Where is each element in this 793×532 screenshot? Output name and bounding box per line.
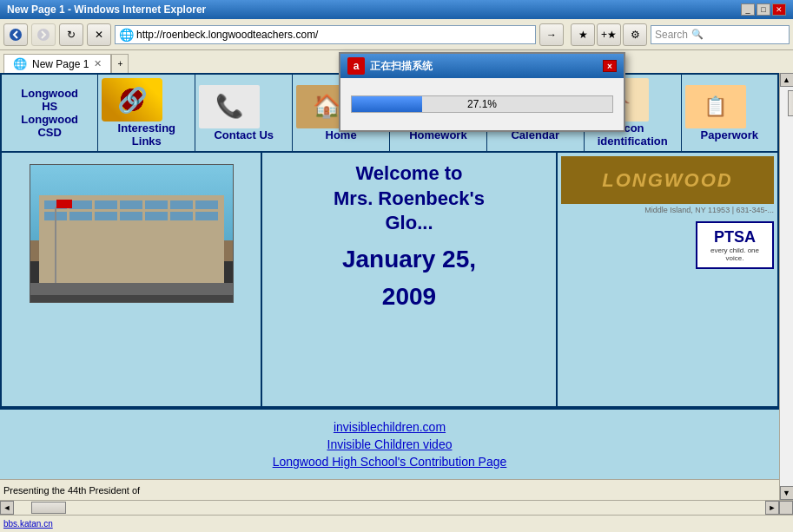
welcome-line2: Mrs. Roenbeck's (271, 187, 547, 212)
bottom-bar: ◄ ► (0, 500, 793, 515)
tab-close-button[interactable]: ✕ (94, 58, 102, 69)
scroll-up-button[interactable]: ▲ (780, 73, 794, 87)
ticker-text: Presenting the 44th President of (3, 485, 140, 496)
svg-point-0 (10, 29, 22, 41)
website: Longwood HS Longwood CSD 🔗 (0, 73, 779, 500)
status-bar: bbs.katan.cn (0, 515, 793, 532)
dialog-title-bar: a 正在扫描系统 × (340, 54, 624, 78)
scrollbar-corner (779, 501, 793, 515)
search-placeholder: Search (655, 29, 688, 41)
title-bar: New Page 1 - Windows Internet Explorer _… (0, 0, 793, 19)
scroll-down-button[interactable]: ▼ (780, 486, 794, 500)
nav-cell-links[interactable]: 🔗 Interesting Links (98, 74, 195, 152)
scan-dialog-overlay: a 正在扫描系统 × 27.1% (339, 52, 625, 132)
welcome-line1: Welcome to (271, 161, 547, 187)
tab-label: New Page 1 (32, 58, 89, 70)
ptsa-logo: PTSA every child. one voice. (696, 221, 774, 269)
links-icon: 🔗 (102, 78, 162, 122)
left-column (2, 153, 262, 406)
contact-icon: 📞 (199, 85, 260, 128)
invisible-children-link[interactable]: invisiblechildren.com (7, 420, 772, 434)
new-tab-button[interactable]: + (111, 54, 129, 73)
nav-cell-longwood[interactable]: Longwood HS Longwood CSD (1, 74, 98, 152)
longwood-banner: LONGWOOD (561, 156, 774, 204)
paperwork-icon: 📋 (685, 85, 746, 128)
address-bar[interactable]: 🌐 http://roenbeck.longwoodteachers.com/ (115, 25, 536, 44)
scroll-h-thumb[interactable] (31, 502, 66, 514)
paperwork-link[interactable]: Paperwork (685, 128, 774, 141)
scroll-left-button[interactable]: ◄ (0, 501, 14, 515)
date-line2: 2009 (271, 282, 547, 312)
ptsa-slogan: every child. one voice. (703, 246, 767, 262)
search-bar[interactable]: Search 🔍 (651, 25, 790, 44)
avast-title-icon: a (347, 57, 365, 75)
invisible-children-video-link[interactable]: Invisible Children video (7, 437, 772, 451)
welcome-line3: Glo... (271, 211, 547, 236)
refresh-button[interactable]: ↻ (59, 23, 83, 46)
interesting-links-link[interactable]: Interesting Links (102, 122, 191, 148)
right-column: LONGWOOD Middle Island, NY 11953 | 631-3… (556, 153, 777, 406)
content-area: Longwood HS Longwood CSD 🔗 (0, 73, 793, 500)
longwood-hs-link[interactable]: Longwood HS (21, 87, 78, 113)
scan-dialog: a 正在扫描系统 × 27.1% (339, 52, 625, 132)
scrollbar-horizontal[interactable]: ◄ ► (0, 501, 779, 515)
nav-cell-paperwork[interactable]: 📋 Paperwork (681, 74, 778, 152)
address-text: http://roenbeck.longwoodteachers.com/ (136, 29, 318, 41)
scrollbar-vertical[interactable]: ▲ ▼ (779, 73, 793, 500)
longwood-contribution-link[interactable]: Longwood High School's Contribution Page (7, 455, 772, 469)
dialog-close-button[interactable]: × (603, 60, 617, 72)
tools-button[interactable]: ⚙ (623, 23, 647, 46)
favorites-button[interactable]: ★ (571, 23, 595, 46)
bbs-link[interactable]: bbs.katan.cn (3, 519, 53, 529)
scroll-thumb[interactable] (788, 90, 794, 116)
svg-point-1 (37, 29, 50, 41)
nav-cell-contact[interactable]: 📞 Contact Us (195, 74, 293, 152)
dialog-title-text: 正在扫描系统 (370, 59, 433, 74)
stop-button[interactable]: ✕ (87, 23, 111, 46)
minimize-button[interactable]: _ (741, 3, 755, 16)
close-button[interactable]: ✕ (772, 3, 786, 16)
ticker-bar: Presenting the 44th President of (0, 479, 779, 500)
add-favorites-button[interactable]: +★ (597, 23, 621, 46)
date-line1: January 25, (271, 245, 547, 274)
ptsa-text: PTSA (703, 228, 767, 246)
progress-bar-container: 27.1% (351, 95, 613, 113)
main-content: Welcome to Mrs. Roenbeck's Glo... Januar… (0, 153, 779, 408)
contact-us-link[interactable]: Contact Us (199, 128, 288, 141)
school-building-image (30, 164, 234, 303)
progress-text: 27.1% (352, 98, 612, 110)
scroll-right-button[interactable]: ► (765, 501, 779, 515)
forward-button[interactable] (31, 23, 56, 46)
window-controls: _ □ ✕ (741, 3, 786, 16)
go-button[interactable]: → (539, 23, 564, 46)
back-button[interactable] (3, 23, 28, 46)
browser-tab[interactable]: 🌐 New Page 1 ✕ (3, 54, 111, 73)
longwood-subtitle: Middle Island, NY 11953 | 631-345-... (561, 206, 774, 214)
dialog-body: 27.1% (340, 78, 624, 130)
center-column: Welcome to Mrs. Roenbeck's Glo... Januar… (262, 153, 556, 406)
page-content: Longwood HS Longwood CSD 🔗 (0, 73, 779, 500)
window-title: New Page 1 - Windows Internet Explorer (7, 3, 206, 16)
links-section: invisiblechildren.com Invisible Children… (0, 408, 779, 479)
toolbar: ↻ ✕ 🌐 http://roenbeck.longwoodteachers.c… (0, 19, 793, 50)
maximize-button[interactable]: □ (757, 3, 770, 16)
longwood-csd-link[interactable]: Longwood CSD (21, 113, 78, 139)
